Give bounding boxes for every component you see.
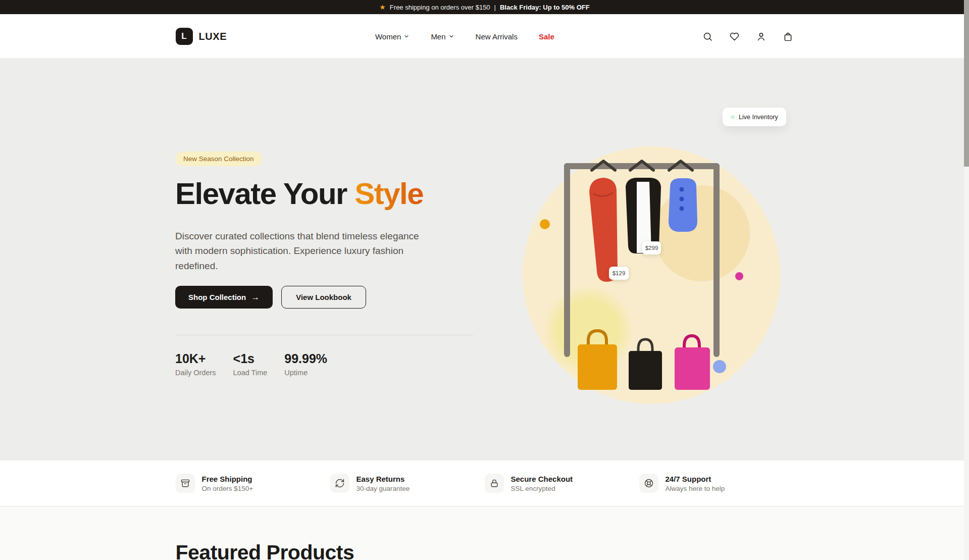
header-actions — [702, 31, 793, 42]
live-pulse-dot — [731, 115, 735, 119]
stat-uptime: 99.99% Uptime — [284, 351, 327, 377]
garments-and-bags-graphic — [0, 59, 969, 461]
live-inventory-label: Live Inventory — [739, 114, 778, 121]
price-tag: $299 — [642, 241, 661, 254]
blue-shirt — [669, 178, 697, 232]
logo-mark: L — [176, 28, 193, 45]
hero-stats: 10K+ Daily Orders <1s Load Time 99.99% U… — [175, 351, 478, 377]
nav-item-new-arrivals[interactable]: New Arrivals — [476, 32, 518, 41]
announcement-highlight: Black Friday: Up to 50% OFF — [500, 4, 590, 11]
view-lookbook-button[interactable]: View Lookbook — [281, 286, 366, 309]
nav-item-men[interactable]: Men — [431, 32, 454, 41]
brand-logo[interactable]: L LUXE — [176, 28, 227, 45]
site-header: L LUXE Women Men New Arrivals Sale — [0, 14, 969, 59]
feature-free-shipping: Free Shipping On orders $150+ — [176, 474, 330, 493]
hero-cta-row: Shop Collection → View Lookbook — [175, 286, 478, 309]
returns-refresh-icon — [330, 474, 349, 493]
black-bag-handle — [638, 339, 652, 353]
brand-name: LUXE — [199, 31, 227, 42]
stats-divider — [175, 335, 473, 335]
main-nav: Women Men New Arrivals Sale — [375, 32, 554, 41]
feature-support: 24/7 Support Always here to help — [639, 474, 794, 493]
decor-dot-blue — [713, 360, 726, 373]
feature-easy-returns: Easy Returns 30-day guarantee — [330, 474, 485, 493]
hero-title-main: Elevate Your — [175, 177, 347, 211]
package-icon — [176, 474, 195, 493]
new-season-badge: New Season Collection — [175, 151, 262, 166]
account-user-icon[interactable] — [756, 31, 767, 42]
hero-illustration: $299 $129 Live Inventory — [0, 59, 969, 461]
pink-bag-handle — [684, 336, 699, 349]
arrow-right-icon: → — [251, 293, 260, 301]
shop-collection-button[interactable]: Shop Collection → — [175, 286, 273, 309]
page-scrollbar[interactable] — [964, 0, 969, 560]
hero-description: Discover curated collections that blend … — [175, 229, 430, 273]
scrollbar-thumb[interactable] — [964, 0, 969, 167]
pink-bag — [675, 347, 710, 390]
features-strip: Free Shipping On orders $150+ Easy Retur… — [0, 461, 969, 506]
hero-title-accent: Style — [354, 177, 423, 211]
hero-section: $299 $129 Live Inventory New Season Coll… — [0, 59, 969, 461]
support-lifebuoy-icon — [639, 474, 658, 493]
hero-title: Elevate Your Style — [175, 178, 478, 210]
live-inventory-badge: Live Inventory — [723, 108, 786, 126]
price-tag: $129 — [609, 267, 629, 280]
wishlist-heart-icon[interactable] — [729, 31, 740, 42]
feature-secure-checkout: Secure Checkout SSL encrypted — [485, 474, 639, 493]
hanger-icon — [592, 161, 615, 170]
orange-bag — [578, 344, 617, 390]
shirt-button — [680, 197, 684, 201]
featured-products-section: Featured Products — [176, 506, 794, 560]
orange-bag-handle — [588, 331, 606, 346]
announcement-separator: | — [494, 4, 496, 11]
shirt-button — [680, 187, 684, 192]
black-bag — [629, 351, 662, 390]
lock-icon — [485, 474, 504, 493]
announcement-bar: ★ Free shipping on orders over $150 | Bl… — [0, 0, 969, 14]
nav-item-sale[interactable]: Sale — [539, 32, 554, 41]
hero-copy: New Season Collection Elevate Your Style… — [175, 59, 478, 377]
stat-daily-orders: 10K+ Daily Orders — [175, 351, 216, 377]
nav-item-women[interactable]: Women — [375, 32, 410, 41]
chevron-down-icon — [448, 33, 454, 39]
star-icon: ★ — [379, 4, 386, 11]
hanger-icon — [630, 161, 653, 170]
featured-products-title: Featured Products — [176, 541, 794, 560]
chevron-down-icon — [403, 33, 410, 39]
shirt-button — [680, 207, 684, 211]
decor-dot-orange — [540, 219, 550, 229]
announcement-text: Free shipping on orders over $150 — [390, 4, 490, 11]
stat-load-time: <1s Load Time — [233, 351, 268, 377]
decor-dot-pink — [735, 272, 743, 280]
hanger-icon — [669, 161, 692, 170]
search-icon[interactable] — [702, 31, 713, 42]
cart-bag-icon[interactable] — [783, 31, 793, 42]
